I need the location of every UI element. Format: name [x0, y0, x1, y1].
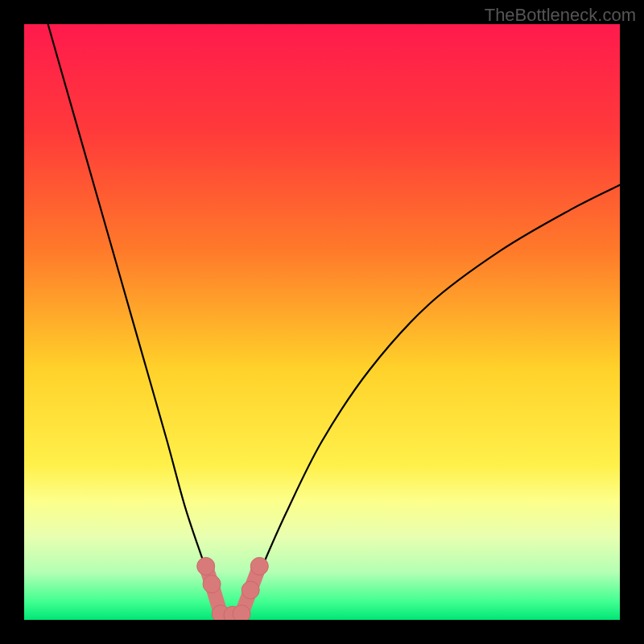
- plot-area: [24, 24, 620, 620]
- bottleneck-curve: [48, 24, 620, 617]
- marker-dot: [242, 581, 259, 599]
- marker-dot: [233, 605, 250, 620]
- marker-dot: [197, 557, 215, 575]
- marker-dot: [203, 576, 221, 593]
- chart-frame: TheBottleneck.com: [0, 0, 644, 644]
- watermark-text: TheBottleneck.com: [485, 5, 636, 26]
- marker-dot: [250, 557, 268, 575]
- highlighted-range-markers: [197, 557, 269, 620]
- curve-layer: [24, 24, 620, 620]
